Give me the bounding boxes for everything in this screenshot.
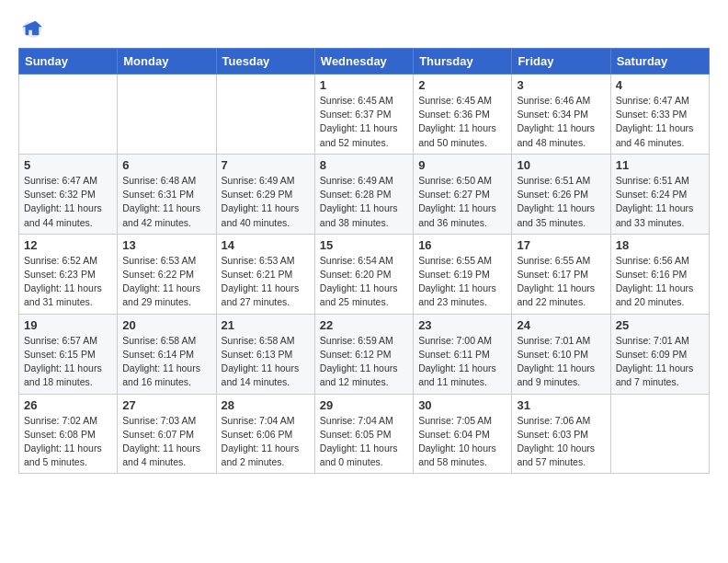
calendar-cell: 18Sunrise: 6:56 AM Sunset: 6:16 PM Dayli… [610,234,709,314]
day-info: Sunrise: 6:59 AM Sunset: 6:12 PM Dayligh… [320,334,408,390]
day-info: Sunrise: 6:57 AM Sunset: 6:15 PM Dayligh… [24,334,112,390]
day-info: Sunrise: 6:58 AM Sunset: 6:13 PM Dayligh… [222,334,310,390]
day-number: 10 [517,158,605,172]
calendar-cell: 8Sunrise: 6:49 AM Sunset: 6:28 PM Daylig… [314,154,413,234]
weekday-header-tuesday: Tuesday [216,49,314,75]
day-number: 5 [24,158,112,172]
calendar-cell: 25Sunrise: 7:01 AM Sunset: 6:09 PM Dayli… [610,314,709,394]
day-number: 20 [122,318,210,332]
calendar-cell: 7Sunrise: 6:49 AM Sunset: 6:29 PM Daylig… [216,154,314,234]
calendar-cell: 10Sunrise: 6:51 AM Sunset: 6:26 PM Dayli… [512,154,610,234]
calendar-cell: 11Sunrise: 6:51 AM Sunset: 6:24 PM Dayli… [610,154,709,234]
day-info: Sunrise: 6:49 AM Sunset: 6:29 PM Dayligh… [222,174,310,230]
day-number: 17 [517,238,605,252]
day-number: 27 [122,398,210,412]
day-info: Sunrise: 7:00 AM Sunset: 6:11 PM Dayligh… [418,334,506,390]
calendar-cell: 17Sunrise: 6:55 AM Sunset: 6:17 PM Dayli… [512,234,610,314]
day-number: 11 [616,158,704,172]
day-info: Sunrise: 7:01 AM Sunset: 6:09 PM Dayligh… [616,334,704,390]
calendar-cell: 6Sunrise: 6:48 AM Sunset: 6:31 PM Daylig… [118,154,216,234]
day-info: Sunrise: 6:48 AM Sunset: 6:31 PM Dayligh… [122,174,210,230]
weekday-header-thursday: Thursday [414,49,512,75]
day-number: 12 [24,238,112,252]
calendar-cell: 4Sunrise: 6:47 AM Sunset: 6:33 PM Daylig… [610,75,709,155]
calendar-week-row: 12Sunrise: 6:52 AM Sunset: 6:23 PM Dayli… [19,234,710,314]
day-info: Sunrise: 7:06 AM Sunset: 6:03 PM Dayligh… [517,414,605,470]
day-info: Sunrise: 6:47 AM Sunset: 6:32 PM Dayligh… [24,174,112,230]
day-info: Sunrise: 6:55 AM Sunset: 6:19 PM Dayligh… [418,254,506,310]
calendar-cell: 9Sunrise: 6:50 AM Sunset: 6:27 PM Daylig… [414,154,512,234]
day-info: Sunrise: 6:45 AM Sunset: 6:37 PM Dayligh… [320,94,408,150]
day-info: Sunrise: 6:54 AM Sunset: 6:20 PM Dayligh… [320,254,408,310]
day-number: 4 [616,78,704,92]
calendar-cell [610,394,709,474]
day-info: Sunrise: 6:51 AM Sunset: 6:24 PM Dayligh… [616,174,704,230]
calendar-cell: 23Sunrise: 7:00 AM Sunset: 6:11 PM Dayli… [414,314,512,394]
day-number: 24 [517,318,605,332]
day-number: 19 [24,318,112,332]
day-number: 15 [320,238,408,252]
calendar-cell: 12Sunrise: 6:52 AM Sunset: 6:23 PM Dayli… [19,234,118,314]
day-info: Sunrise: 6:49 AM Sunset: 6:28 PM Dayligh… [320,174,408,230]
calendar-week-row: 26Sunrise: 7:02 AM Sunset: 6:08 PM Dayli… [19,394,710,474]
calendar-cell: 22Sunrise: 6:59 AM Sunset: 6:12 PM Dayli… [314,314,413,394]
day-number: 9 [418,158,506,172]
calendar-week-row: 1Sunrise: 6:45 AM Sunset: 6:37 PM Daylig… [19,75,710,155]
calendar-cell [216,75,314,155]
day-info: Sunrise: 6:51 AM Sunset: 6:26 PM Dayligh… [517,174,605,230]
day-info: Sunrise: 7:04 AM Sunset: 6:05 PM Dayligh… [320,414,408,470]
day-number: 18 [616,238,704,252]
day-number: 23 [418,318,506,332]
day-number: 25 [616,318,704,332]
day-info: Sunrise: 6:58 AM Sunset: 6:14 PM Dayligh… [122,334,210,390]
logo-icon [18,18,44,39]
day-info: Sunrise: 7:05 AM Sunset: 6:04 PM Dayligh… [418,414,506,470]
weekday-header-saturday: Saturday [610,49,709,75]
calendar-cell [19,75,118,155]
day-number: 21 [222,318,310,332]
day-info: Sunrise: 7:02 AM Sunset: 6:08 PM Dayligh… [24,414,112,470]
day-info: Sunrise: 6:52 AM Sunset: 6:23 PM Dayligh… [24,254,112,310]
day-number: 16 [418,238,506,252]
day-number: 30 [418,398,506,412]
day-number: 31 [517,398,605,412]
calendar-cell: 13Sunrise: 6:53 AM Sunset: 6:22 PM Dayli… [118,234,216,314]
day-number: 22 [320,318,408,332]
calendar-cell: 26Sunrise: 7:02 AM Sunset: 6:08 PM Dayli… [19,394,118,474]
day-info: Sunrise: 6:53 AM Sunset: 6:22 PM Dayligh… [122,254,210,310]
calendar-cell: 1Sunrise: 6:45 AM Sunset: 6:37 PM Daylig… [314,75,413,155]
day-number: 8 [320,158,408,172]
day-number: 29 [320,398,408,412]
day-info: Sunrise: 6:53 AM Sunset: 6:21 PM Dayligh… [222,254,310,310]
calendar-cell: 2Sunrise: 6:45 AM Sunset: 6:36 PM Daylig… [414,75,512,155]
page-header [18,18,710,39]
day-info: Sunrise: 6:50 AM Sunset: 6:27 PM Dayligh… [418,174,506,230]
calendar-cell: 30Sunrise: 7:05 AM Sunset: 6:04 PM Dayli… [414,394,512,474]
day-info: Sunrise: 6:45 AM Sunset: 6:36 PM Dayligh… [418,94,506,150]
calendar-cell: 16Sunrise: 6:55 AM Sunset: 6:19 PM Dayli… [414,234,512,314]
weekday-header-sunday: Sunday [19,49,118,75]
day-number: 26 [24,398,112,412]
weekday-header-monday: Monday [118,49,216,75]
day-info: Sunrise: 6:55 AM Sunset: 6:17 PM Dayligh… [517,254,605,310]
calendar-cell: 20Sunrise: 6:58 AM Sunset: 6:14 PM Dayli… [118,314,216,394]
calendar-cell: 29Sunrise: 7:04 AM Sunset: 6:05 PM Dayli… [314,394,413,474]
weekday-header-friday: Friday [512,49,610,75]
weekday-header-row: SundayMondayTuesdayWednesdayThursdayFrid… [19,49,710,75]
calendar-cell: 15Sunrise: 6:54 AM Sunset: 6:20 PM Dayli… [314,234,413,314]
day-number: 2 [418,78,506,92]
calendar-cell: 31Sunrise: 7:06 AM Sunset: 6:03 PM Dayli… [512,394,610,474]
calendar-cell: 5Sunrise: 6:47 AM Sunset: 6:32 PM Daylig… [19,154,118,234]
day-info: Sunrise: 7:03 AM Sunset: 6:07 PM Dayligh… [122,414,210,470]
calendar-cell: 28Sunrise: 7:04 AM Sunset: 6:06 PM Dayli… [216,394,314,474]
day-number: 3 [517,78,605,92]
weekday-header-wednesday: Wednesday [314,49,413,75]
day-number: 7 [222,158,310,172]
day-info: Sunrise: 6:46 AM Sunset: 6:34 PM Dayligh… [517,94,605,150]
calendar-cell: 21Sunrise: 6:58 AM Sunset: 6:13 PM Dayli… [216,314,314,394]
day-number: 13 [122,238,210,252]
day-number: 28 [222,398,310,412]
calendar-cell: 24Sunrise: 7:01 AM Sunset: 6:10 PM Dayli… [512,314,610,394]
day-info: Sunrise: 6:56 AM Sunset: 6:16 PM Dayligh… [616,254,704,310]
calendar-week-row: 5Sunrise: 6:47 AM Sunset: 6:32 PM Daylig… [19,154,710,234]
